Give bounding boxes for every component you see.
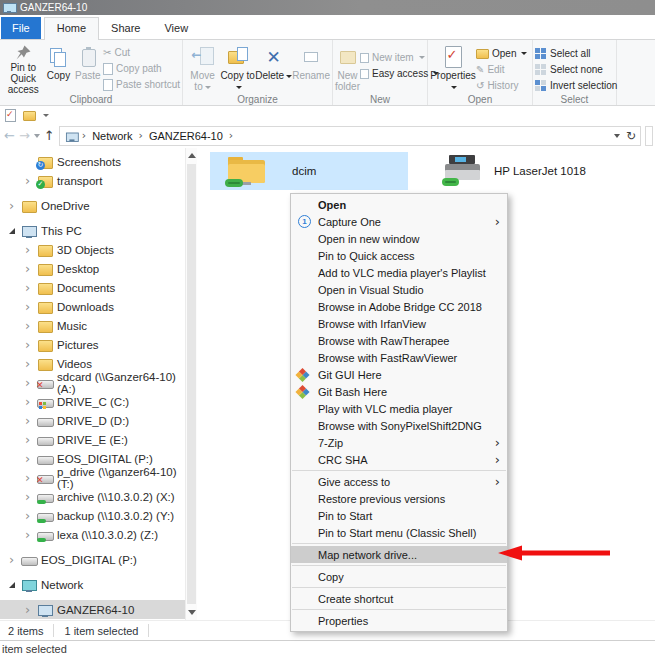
menu-item-git-bash-here[interactable]: Git Bash Here	[291, 383, 507, 400]
menu-item-7-zip[interactable]: 7-Zip	[291, 434, 507, 451]
breadcrumb-network[interactable]: Network	[89, 130, 135, 142]
open-button[interactable]: Open	[476, 46, 527, 61]
expand-chevron[interactable]	[22, 449, 33, 468]
tab-view[interactable]: View	[152, 18, 200, 39]
menu-item-browse-with-irfanview[interactable]: Browse with IrfanView	[291, 315, 507, 332]
cut-button[interactable]: ✂ Cut	[103, 45, 180, 60]
copy-button[interactable]: Copy	[44, 42, 72, 92]
tree-item-eos-digital-p[interactable]: EOS_DIGITAL (P:)	[0, 550, 185, 569]
tree-item-lexa-10-3-0-2-z[interactable]: lexa (\\10.3.0.2) (Z:)	[0, 525, 185, 544]
menu-item-browse-with-sonypixelshift2dng[interactable]: Browse with SonyPixelShift2DNG	[291, 417, 507, 434]
expand-chevron[interactable]	[6, 575, 17, 594]
menu-item-pin-to-start[interactable]: Pin to Start	[291, 507, 507, 524]
invert-selection-button[interactable]: Invert selection	[535, 78, 617, 93]
menu-item-open-in-visual-studio[interactable]: Open in Visual Studio	[291, 281, 507, 298]
expand-chevron[interactable]	[22, 373, 33, 392]
menu-item-create-shortcut[interactable]: Create shortcut	[291, 590, 507, 607]
tree-item-music[interactable]: Music	[0, 316, 185, 335]
expand-chevron[interactable]	[22, 297, 33, 316]
breadcrumb-ganzer64-10[interactable]: GANZER64-10	[146, 130, 226, 142]
qat-properties-icon[interactable]	[5, 109, 16, 122]
expand-chevron[interactable]	[22, 335, 33, 354]
menu-item-crc-sha[interactable]: CRC SHA	[291, 451, 507, 468]
expand-chevron[interactable]	[6, 196, 17, 215]
file-item-hp-laserjet-1018[interactable]: HP LaserJet 1018	[440, 152, 640, 190]
scrollbar-thumb[interactable]	[187, 164, 196, 604]
expand-chevron[interactable]	[22, 259, 33, 278]
expand-chevron[interactable]	[22, 411, 33, 430]
menu-item-capture-one[interactable]: Capture One	[291, 213, 507, 230]
expand-chevron[interactable]	[22, 171, 33, 190]
properties-button[interactable]: Properties	[430, 42, 476, 92]
tree-item-drive-e-e[interactable]: DRIVE_E (E:)	[0, 430, 185, 449]
expand-chevron[interactable]	[22, 392, 33, 411]
pin-to-quick-access-button[interactable]: Pin to Quick access	[2, 42, 44, 92]
tree-item-transport[interactable]: transport	[0, 171, 185, 190]
expand-chevron[interactable]	[6, 550, 17, 569]
refresh-icon[interactable]: ↻	[626, 129, 636, 143]
menu-item-properties[interactable]: Properties	[291, 612, 507, 629]
tree-item-desktop[interactable]: Desktop	[0, 259, 185, 278]
menu-item-add-to-vlc-media-player-s-playlist[interactable]: Add to VLC media player's Playlist	[291, 264, 507, 281]
expand-chevron[interactable]	[22, 468, 33, 487]
expand-chevron[interactable]	[22, 316, 33, 335]
scroll-up-icon[interactable]	[188, 153, 196, 158]
menu-item-copy[interactable]: Copy	[291, 568, 507, 585]
tab-home[interactable]: Home	[44, 17, 99, 40]
tree-item-ganzer64-10[interactable]: GANZER64-10	[0, 600, 185, 619]
tree-item-archive-10-3-0-2-x[interactable]: archive (\\10.3.0.2) (X:)	[0, 487, 185, 506]
navigation-scrollbar[interactable]	[185, 148, 197, 620]
address-dropdown-icon[interactable]	[614, 134, 620, 138]
new-folder-button[interactable]: New folder	[335, 42, 360, 92]
tree-item-documents[interactable]: Documents	[0, 278, 185, 297]
expand-chevron[interactable]	[22, 152, 33, 171]
menu-item-pin-to-start-menu-classic-shell[interactable]: Pin to Start menu (Classic Shell)	[291, 524, 507, 541]
tree-item-downloads[interactable]: Downloads	[0, 297, 185, 316]
menu-item-open[interactable]: Open	[291, 196, 507, 213]
menu-item-git-gui-here[interactable]: Git GUI Here	[291, 366, 507, 383]
expand-chevron[interactable]	[22, 240, 33, 259]
scroll-down-icon[interactable]	[188, 610, 196, 615]
tree-item-network[interactable]: Network	[0, 575, 185, 594]
expand-chevron[interactable]	[22, 354, 33, 373]
menu-item-pin-to-quick-access[interactable]: Pin to Quick access	[291, 247, 507, 264]
menu-item-open-in-new-window[interactable]: Open in new window	[291, 230, 507, 247]
recent-locations-dropdown-icon[interactable]	[34, 134, 40, 138]
tab-file[interactable]: File	[1, 17, 41, 39]
back-button[interactable]: ←	[4, 129, 15, 142]
tree-item-p-drive-ganzer64-10-t[interactable]: p_drive (\\ganzer64-10) (T:)	[0, 468, 185, 487]
rename-button[interactable]: Rename	[292, 42, 330, 92]
expand-chevron[interactable]	[22, 430, 33, 449]
tree-item-3d-objects[interactable]: 3D Objects	[0, 240, 185, 259]
tree-item-drive-d-d[interactable]: DRIVE_D (D:)	[0, 411, 185, 430]
expand-chevron[interactable]	[22, 487, 33, 506]
menu-item-browse-in-adobe-bridge-cc-2018[interactable]: Browse in Adobe Bridge CC 2018	[291, 298, 507, 315]
select-all-button[interactable]: Select all	[535, 46, 617, 61]
address-bar[interactable]: › Network › GANZER64-10 › ↻	[59, 126, 641, 146]
expand-chevron[interactable]	[22, 506, 33, 525]
delete-button[interactable]: ✕ Delete	[255, 42, 292, 92]
copy-to-button[interactable]: Copy to	[220, 42, 255, 92]
move-to-button[interactable]: Move to	[185, 42, 220, 92]
tab-share[interactable]: Share	[99, 18, 152, 39]
tree-item-screenshots[interactable]: Screenshots	[0, 152, 185, 171]
menu-item-browse-with-rawtherapee[interactable]: Browse with RawTherapee	[291, 332, 507, 349]
tree-item-this-pc[interactable]: This PC	[0, 221, 185, 240]
edit-button[interactable]: ✎ Edit	[476, 62, 527, 77]
expand-chevron[interactable]	[22, 525, 33, 544]
tree-item-pictures[interactable]: Pictures	[0, 335, 185, 354]
expand-chevron[interactable]	[6, 221, 17, 240]
forward-button[interactable]: →	[19, 129, 30, 142]
file-item-dcim[interactable]: dcim	[210, 152, 408, 190]
history-button[interactable]: ↺ History	[476, 78, 527, 93]
tree-item-backup-10-3-0-2-y[interactable]: backup (\\10.3.0.2) (Y:)	[0, 506, 185, 525]
expand-chevron[interactable]	[22, 278, 33, 297]
qat-customize-dropdown-icon[interactable]	[43, 114, 49, 117]
tree-item-onedrive[interactable]: OneDrive	[0, 196, 185, 215]
up-button[interactable]: ↑	[44, 129, 55, 142]
menu-item-restore-previous-versions[interactable]: Restore previous versions	[291, 490, 507, 507]
select-none-button[interactable]: Select none	[535, 62, 617, 77]
menu-item-play-with-vlc-media-player[interactable]: Play with VLC media player	[291, 400, 507, 417]
menu-item-give-access-to[interactable]: Give access to	[291, 473, 507, 490]
menu-item-map-network-drive[interactable]: Map network drive...	[291, 546, 507, 563]
